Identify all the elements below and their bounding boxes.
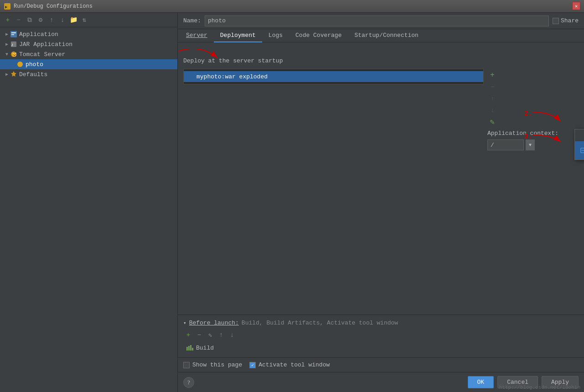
sidebar-item-tomcat-server[interactable]: ▼ 🐱 Tomcat Server bbox=[0, 49, 177, 59]
show-page-option[interactable]: Show this page bbox=[183, 361, 242, 368]
add-artifact-button[interactable]: + bbox=[487, 70, 497, 80]
deploy-and-context: myphoto:war exploded + − ↑ ↓ ✎ Applicati… bbox=[183, 69, 579, 150]
tab-startup-connection[interactable]: Startup/Connection bbox=[348, 29, 424, 42]
defaults-icon bbox=[10, 71, 17, 78]
gear-config-button[interactable]: ⚙ bbox=[36, 15, 46, 25]
ok-button[interactable]: OK bbox=[468, 376, 494, 388]
move-down-artifact-button[interactable]: ↓ bbox=[487, 105, 497, 115]
sidebar-tree: ▶ Application ▶ J bbox=[0, 27, 177, 392]
remove-config-button[interactable]: − bbox=[14, 15, 24, 25]
move-up-button[interactable]: ↑ bbox=[47, 15, 57, 25]
sidebar-item-label-photo: photo bbox=[26, 61, 43, 68]
before-launch-section: ▾ Before launch: Build, Build Artifacts,… bbox=[178, 315, 584, 357]
activate-window-option[interactable]: ✓ Activate tool window bbox=[249, 361, 330, 368]
window-title: Run/Debug Configurations bbox=[14, 3, 93, 10]
move-up-artifact-button[interactable]: ↑ bbox=[487, 93, 497, 103]
expand-arrow-defaults: ▶ bbox=[4, 72, 10, 77]
before-launch-toolbar: + − ✎ ↑ ↓ bbox=[183, 330, 579, 340]
sidebar-item-label-application: Application bbox=[19, 31, 58, 38]
show-page-label: Show this page bbox=[192, 361, 242, 368]
before-launch-arrow: ▾ bbox=[183, 320, 186, 326]
main-container: + − ⧉ ⚙ ↑ ↓ 📁 ⇅ ▶ Application bbox=[0, 13, 584, 392]
dropdown-item-artifact[interactable]: Artifact... bbox=[575, 129, 584, 141]
app-context-input[interactable] bbox=[487, 139, 524, 150]
right-side-panel: + − ↑ ↓ ✎ Application context: ▼ bbox=[487, 69, 579, 150]
expand-arrow-application: ▶ bbox=[4, 31, 10, 37]
copy-config-button[interactable]: ⧉ bbox=[25, 15, 35, 25]
edit-artifact-button[interactable]: ✎ bbox=[487, 117, 497, 127]
tomcat-icon: 🐱 bbox=[10, 51, 17, 58]
name-label: Name: bbox=[183, 17, 201, 24]
deploy-label: Deploy at the server startup bbox=[183, 57, 579, 64]
before-launch-sublabel: Build, Build Artifacts, Activate tool wi… bbox=[242, 320, 398, 326]
show-page-checkbox[interactable] bbox=[183, 362, 190, 368]
share-area: Share bbox=[553, 17, 579, 24]
deploy-list: myphoto:war exploded bbox=[183, 69, 484, 84]
before-launch-add-button[interactable]: + bbox=[183, 330, 193, 340]
before-launch-header: ▾ Before launch: Build, Build Artifacts,… bbox=[183, 320, 579, 326]
activate-window-label: Activate tool window bbox=[258, 361, 330, 368]
remove-artifact-button[interactable]: − bbox=[487, 82, 497, 92]
tab-deployment[interactable]: Deployment bbox=[214, 29, 262, 42]
tab-logs[interactable]: Logs bbox=[262, 29, 289, 42]
name-input[interactable] bbox=[205, 15, 549, 26]
tab-server[interactable]: Server bbox=[180, 29, 214, 42]
before-launch-up-button[interactable]: ↑ bbox=[216, 330, 226, 340]
deploy-item-myphoto[interactable]: myphoto:war exploded bbox=[184, 71, 483, 82]
expand-arrow-jar: ▶ bbox=[4, 41, 10, 47]
build-icon bbox=[186, 344, 193, 351]
application-icon bbox=[10, 31, 17, 38]
sidebar-toolbar: + − ⧉ ⚙ ↑ ↓ 📁 ⇅ bbox=[0, 13, 177, 27]
sort-button[interactable]: ⇅ bbox=[79, 15, 89, 25]
help-button[interactable]: ? bbox=[183, 377, 194, 388]
share-checkbox[interactable] bbox=[553, 18, 559, 24]
bottom-options: Show this page ✓ Activate tool window bbox=[178, 357, 584, 372]
tabs-bar: Server Deployment Logs Code Coverage Sta… bbox=[178, 29, 584, 42]
dropdown-popup: Artifact... External Source... bbox=[574, 129, 584, 160]
sidebar-item-label-tomcat: Tomcat Server bbox=[19, 51, 65, 58]
svg-rect-16 bbox=[188, 346, 190, 351]
svg-rect-4 bbox=[11, 34, 14, 35]
svg-text:▶: ▶ bbox=[5, 5, 8, 10]
content-area: 1. Deploy at the server startup bbox=[178, 42, 584, 315]
app-context-dropdown-arrow[interactable]: ▼ bbox=[526, 139, 535, 150]
window-icon: ▶ bbox=[4, 3, 11, 10]
sidebar-item-photo[interactable]: photo bbox=[0, 59, 177, 69]
before-launch-edit-button[interactable]: ✎ bbox=[205, 330, 215, 340]
close-button[interactable]: ✕ bbox=[572, 2, 580, 10]
svg-rect-15 bbox=[186, 347, 188, 351]
app-context-area: Application context: ▼ bbox=[487, 129, 579, 150]
deploy-actions: + − ↑ ↓ ✎ bbox=[487, 69, 579, 127]
build-item-label: Build bbox=[196, 345, 214, 351]
svg-rect-17 bbox=[190, 345, 191, 351]
folder-button[interactable]: 📁 bbox=[68, 15, 78, 25]
share-label: Share bbox=[561, 17, 579, 24]
context-row: ▼ bbox=[487, 139, 535, 150]
dropdown-item-external[interactable]: External Source... bbox=[575, 141, 584, 160]
app-context-label: Application context: bbox=[487, 130, 558, 137]
external-popup-icon bbox=[579, 147, 584, 154]
tab-code-coverage[interactable]: Code Coverage bbox=[289, 29, 348, 42]
before-launch-label: Before launch: bbox=[189, 320, 239, 326]
watermark: http://blog.csdn.net/ldohin bbox=[499, 385, 580, 390]
sidebar-item-label-defaults: Defaults bbox=[19, 71, 47, 78]
sidebar-item-label-jar: JAR Application bbox=[19, 41, 72, 48]
svg-text:🐱: 🐱 bbox=[12, 52, 17, 57]
photo-icon bbox=[16, 61, 24, 68]
sidebar-item-application[interactable]: ▶ Application bbox=[0, 29, 177, 39]
add-config-button[interactable]: + bbox=[3, 15, 13, 25]
expand-arrow-tomcat: ▼ bbox=[4, 52, 10, 57]
before-launch-remove-button[interactable]: − bbox=[194, 330, 204, 340]
svg-rect-18 bbox=[192, 348, 193, 351]
before-launch-item-build: Build bbox=[183, 343, 579, 353]
activate-window-checkbox[interactable]: ✓ bbox=[249, 362, 256, 368]
war-icon bbox=[187, 73, 195, 80]
svg-point-9 bbox=[17, 62, 23, 67]
name-bar: Name: Share bbox=[178, 13, 584, 29]
sidebar-item-defaults[interactable]: ▶ Defaults bbox=[0, 69, 177, 79]
sidebar-item-jar-application[interactable]: ▶ J JAR Application bbox=[0, 39, 177, 49]
title-bar: ▶ Run/Debug Configurations ✕ bbox=[0, 0, 584, 13]
before-launch-down-button[interactable]: ↓ bbox=[227, 330, 237, 340]
move-down-button[interactable]: ↓ bbox=[57, 15, 67, 25]
sidebar: + − ⧉ ⚙ ↑ ↓ 📁 ⇅ ▶ Application bbox=[0, 13, 178, 392]
